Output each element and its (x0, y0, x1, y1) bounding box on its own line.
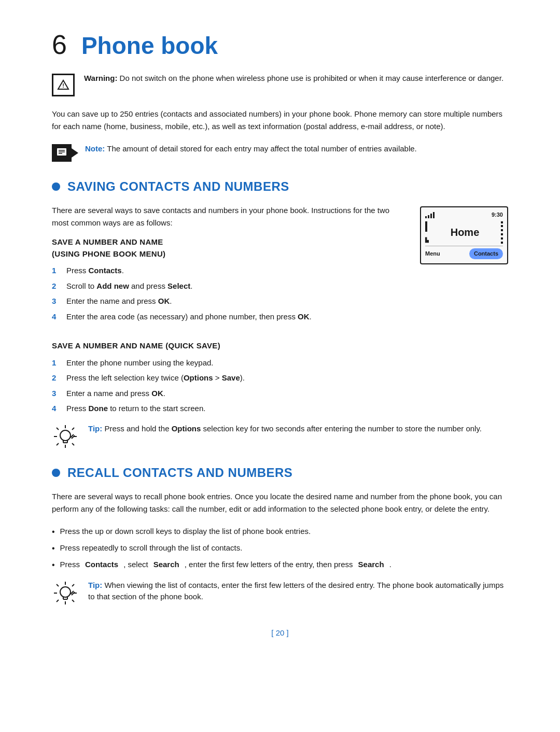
svg-line-23 (57, 584, 59, 586)
step-2-1: 1 Enter the phone number using the keypa… (52, 357, 508, 369)
tip-text-1: Tip: Press and hold the Options selectio… (88, 423, 482, 435)
section1-text-col: There are several ways to save contacts … (52, 204, 404, 331)
section2-intro: There are several ways to recall phone b… (52, 490, 508, 515)
section2-bullet (52, 469, 60, 477)
section1-title: Saving Contacts and Numbers (67, 177, 289, 196)
step-1-4: 4 Enter the area code (as necessary) and… (52, 311, 404, 323)
tip-label-2: Tip: (88, 581, 102, 589)
tip-box-1: Tip: Press and hold the Options selectio… (52, 423, 508, 450)
bullet-item-1: Press the up or down scroll keys to disp… (52, 526, 508, 538)
tip-text-2: Tip: When viewing the list of contacts, … (88, 580, 508, 603)
subsection1-heading: SAVE A NUMBER AND NAME(USING PHONE BOOK … (52, 236, 404, 260)
section2-heading: Recall Contacts and Numbers (52, 463, 508, 482)
svg-line-24 (72, 600, 74, 602)
phone-time: 9:30 (492, 210, 503, 219)
step-1-3: 3 Enter the name and press OK. (52, 295, 404, 307)
step-2-2: 2 Press the left selection key twice (Op… (52, 372, 508, 384)
chapter-number: 6 (52, 31, 67, 58)
phone-menu-label: Menu (425, 249, 440, 258)
subsection2-heading: SAVE A NUMBER AND NAME (QUICK SAVE) (52, 340, 508, 352)
signal-bars-left (425, 211, 435, 218)
warning-body: Do not switch on the phone when wireless… (120, 74, 503, 82)
section2-title: Recall Contacts and Numbers (67, 463, 292, 482)
warning-text: Warning: Do not switch on the phone when… (84, 73, 503, 85)
section1-bullet (52, 182, 60, 191)
warning-box: ! Warning: Do not switch on the phone wh… (52, 73, 508, 96)
svg-point-13 (60, 430, 71, 441)
section1-content-row: There are several ways to save contacts … (52, 204, 508, 331)
phone-status-bar: 9:30 (425, 210, 503, 219)
page-footer: [ 20 ] (52, 627, 508, 639)
section1-intro: There are several ways to save contacts … (52, 204, 404, 229)
warning-label: Warning: (84, 74, 117, 82)
tip-box-2: Tip: When viewing the list of contacts, … (52, 580, 508, 607)
svg-line-12 (57, 443, 59, 445)
svg-text:!: ! (62, 82, 64, 89)
phone-nav-row: Menu Contacts (425, 246, 503, 259)
step-2-4: 4 Press Done to return to the start scre… (52, 403, 508, 415)
warning-icon: ! (52, 74, 75, 96)
step-2-3: 3 Enter a name and press OK. (52, 388, 508, 400)
svg-line-25 (72, 584, 74, 586)
bullet-item-3: Press Contacts, select Search, enter the… (52, 559, 508, 571)
phone-mockup: 9:30 ▙ Home (420, 206, 508, 264)
subsection1: SAVE A NUMBER AND NAME(USING PHONE BOOK … (52, 236, 404, 322)
tip-label-1: Tip: (88, 424, 102, 433)
step-1-2: 2 Scroll to Add new and press Select. (52, 280, 404, 292)
note-box: Note: The amount of detail stored for ea… (52, 143, 508, 162)
intro-paragraph: You can save up to 250 entries (contacts… (52, 108, 508, 133)
svg-line-9 (57, 428, 59, 430)
note-label: Note: (85, 144, 105, 153)
subsection2-steps: 1 Enter the phone number using the keypa… (52, 357, 508, 415)
subsection1-steps: 1 Press Contacts. 2 Scroll to Add new an… (52, 265, 404, 322)
svg-line-26 (57, 600, 59, 602)
phone-contacts-label: Contacts (469, 248, 503, 259)
page-title-row: 6 Phone book (52, 31, 508, 58)
bullet-item-2: Press repeatedly to scroll through the l… (52, 542, 508, 555)
section1-heading: Saving Contacts and Numbers (52, 177, 508, 196)
section2-bullets: Press the up or down scroll keys to disp… (52, 526, 508, 571)
note-body: The amount of detail stored for each ent… (107, 144, 417, 153)
tip-icon-1 (52, 423, 79, 450)
step-1-1: 1 Press Contacts. (52, 265, 404, 277)
phone-home-label: Home (451, 227, 480, 238)
svg-line-11 (72, 428, 74, 430)
subsection2: SAVE A NUMBER AND NAME (QUICK SAVE) 1 En… (52, 340, 508, 415)
note-text: Note: The amount of detail stored for ea… (85, 143, 417, 155)
svg-line-10 (72, 443, 74, 445)
tip-icon-2 (52, 580, 79, 607)
svg-point-27 (60, 587, 71, 597)
chapter-title: Phone book (81, 34, 218, 58)
